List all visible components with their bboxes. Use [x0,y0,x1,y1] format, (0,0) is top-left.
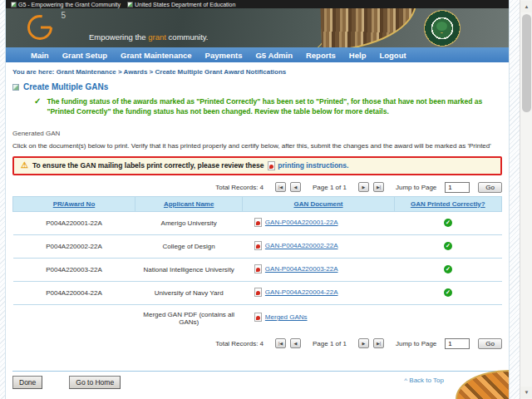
app-header-banner: 5 Empowering the grant community. [6,8,509,47]
pdf-icon [254,288,262,297]
jump-to-page-input[interactable] [445,338,470,349]
nav-item-reports[interactable]: Reports [299,51,342,60]
browser-tabs-strip: G5 - Empowering the Grant Community Unit… [6,0,509,8]
header-gan-document[interactable]: GAN Document [243,196,394,211]
done-button[interactable]: Done [12,376,42,389]
header-pr-award-no[interactable]: PR/Award No [13,196,135,211]
gan-document-cell: GAN-P004A220004-22A [243,281,394,304]
printed-cell: ✓ [394,234,501,258]
tab-title: G5 - Empowering the Grant Community [18,2,121,7]
g5-logo-icon: 5 [26,12,66,44]
pdf-icon [254,241,262,250]
go-button[interactable]: Go [478,338,502,349]
gan-document-link[interactable]: GAN-P004A220001-22A [254,218,338,227]
main-navbar: Main Grant Setup Grant Maintenance Payme… [6,47,509,62]
applicant-cell: College of Design [135,234,243,258]
last-page-button[interactable]: ▶| [373,338,384,348]
scrollbar-thumb[interactable] [522,14,531,112]
browser-scrollbar[interactable]: ▲ ▼ [520,0,532,399]
pagination-top: Total Records: 4 |◀ ◀ Page 1 of 1 ▶ ▶| J… [12,182,502,193]
breadcrumb-path[interactable]: Grant Maintenance > Awards > Create Mult… [57,68,287,76]
printed-cell: ✓ [394,211,501,234]
pdf-icon [254,218,262,227]
gan-document-link[interactable]: GAN-P004A220004-22A [254,288,338,297]
table-row: P004A220001-22A Amerigo University GAN-P… [13,211,502,234]
g5-logo-numeral: 5 [61,11,66,20]
check-icon: ✓ [444,288,452,297]
header-gan-printed[interactable]: GAN Printed Correctly? [394,196,501,211]
jump-to-page-label: Jump to Page [396,184,436,191]
warning-text: To ensure the GAN mailing labels print c… [32,161,264,170]
table-row: P004A220004-22A University of Navy Yard … [13,281,502,304]
prev-page-button[interactable]: ◀ [290,338,301,348]
award-no-cell: P004A220001-22A [13,211,135,234]
success-message-text: The funding status of the awards marked … [47,96,493,117]
printed-cell [394,304,501,332]
page-content: You are here: Grant Maintenance > Awards… [6,68,509,389]
breadcrumb-label: You are here: [12,68,55,76]
gan-document-link[interactable]: GAN-P004A220002-22A [254,241,338,250]
printed-cell: ✓ [394,258,501,281]
jump-to-page-label: Jump to Page [396,340,436,347]
check-icon: ✓ [444,242,452,250]
gan-document-cell: GAN-P004A220002-22A [243,234,394,258]
pdf-icon [268,161,275,170]
go-to-home-button[interactable]: Go to Home [69,376,121,389]
table-row-merged: Merged GAN PDF (contains all GANs) Merge… [13,304,502,332]
pdf-icon [254,264,262,273]
scroll-up-icon[interactable]: ▲ [520,1,532,12]
first-page-button[interactable]: |◀ [275,182,286,192]
generated-gan-label: Generated GAN [12,130,502,137]
nav-item-help[interactable]: Help [342,51,373,60]
printed-cell: ✓ [394,281,501,304]
award-no-cell: P004A220004-22A [13,281,135,304]
nav-item-grant-maintenance[interactable]: Grant Maintenance [114,51,199,60]
header-applicant-name[interactable]: Applicant Name [135,196,243,211]
department-of-education-seal-icon [424,10,461,47]
back-to-top-link[interactable]: ^ Back to Top [404,377,444,384]
nav-item-logout[interactable]: Logout [372,51,412,60]
gan-document-link[interactable]: GAN-P004A220003-22A [254,264,338,273]
pdf-icon [254,313,262,322]
nav-item-payments[interactable]: Payments [199,51,249,60]
instruction-text: Click on the document(s) below to print.… [12,142,502,150]
page-title-row: Create Multiple GANs [12,82,502,91]
gan-table: PR/Award No Applicant Name GAN Document … [12,196,502,332]
total-records-label: Total Records: 4 [215,184,264,191]
printing-instructions-link[interactable]: printing instructions. [268,161,348,170]
tab-title: United States Department of Education [135,2,235,7]
prev-page-button[interactable]: ◀ [290,182,301,192]
merged-gans-link[interactable]: Merged GANs [254,313,308,322]
award-no-cell: P004A220003-22A [13,258,135,281]
page-indicator: Page 1 of 1 [313,184,347,191]
nav-item-main[interactable]: Main [24,51,56,60]
success-check-icon: ✓ [34,96,41,117]
applicant-cell: Amerigo University [135,211,243,234]
next-page-button[interactable]: ▶ [358,182,369,192]
browser-tab-g5[interactable]: G5 - Empowering the Grant Community [11,2,121,7]
nav-item-grant-setup[interactable]: Grant Setup [56,51,114,60]
tagline: Empowering the grant community. [89,32,208,42]
jump-to-page-input[interactable] [445,182,470,193]
g5-favicon-icon [11,2,17,7]
nav-item-g5-admin[interactable]: G5 Admin [249,51,299,60]
table-header-row: PR/Award No Applicant Name GAN Document … [13,196,502,211]
warning-triangle-icon: ⚠ [21,161,28,170]
last-page-button[interactable]: ▶| [373,182,384,192]
scroll-down-icon[interactable]: ▼ [520,387,532,398]
check-icon: ✓ [444,219,452,227]
award-no-cell: P004A220002-22A [13,234,135,258]
next-page-button[interactable]: ▶ [358,338,369,348]
library-photo [320,8,418,47]
warning-banner: ⚠ To ensure the GAN mailing labels print… [12,156,502,175]
browser-window: G5 - Empowering the Grant Community Unit… [5,0,510,399]
applicant-cell: Merged GAN PDF (contains all GANs) [135,304,243,332]
go-button[interactable]: Go [478,182,502,193]
footer-divider [12,371,502,372]
table-row: P004A220002-22A College of Design GAN-P0… [13,234,502,258]
breadcrumb: You are here: Grant Maintenance > Awards… [12,68,502,76]
browser-tab-ed[interactable]: United States Department of Education [127,2,235,7]
first-page-button[interactable]: |◀ [275,338,286,348]
gan-document-cell: Merged GANs [243,304,394,332]
section-icon [12,84,19,91]
